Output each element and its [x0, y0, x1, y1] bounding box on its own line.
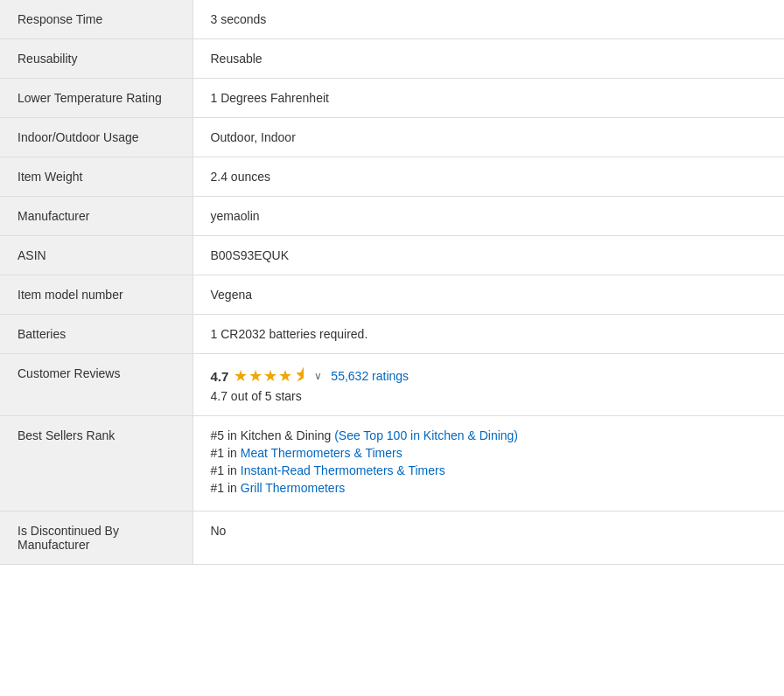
rank-line-1: #1 in Meat Thermometers & Timers: [211, 446, 767, 460]
out-of-stars-text: 4.7 out of 5 stars: [211, 389, 767, 403]
spec-row-response-time: Response Time3 seconds: [0, 0, 784, 39]
rank-link-1[interactable]: Meat Thermometers & Timers: [241, 446, 402, 460]
spec-label-batteries: Batteries: [0, 315, 192, 354]
rank-link-2[interactable]: Instant-Read Thermometers & Timers: [241, 463, 445, 477]
chevron-down-icon[interactable]: ∨: [314, 370, 322, 382]
spec-value-indoor-outdoor: Outdoor, Indoor: [192, 118, 784, 157]
full-star-icon: ★: [278, 366, 292, 386]
stars-display: ★★★★⯨: [234, 366, 309, 386]
spec-row-model-number: Item model numberVegena: [0, 275, 784, 315]
spec-value-response-time: 3 seconds: [192, 0, 784, 39]
rank-line-3: #1 in Grill Thermometers: [211, 481, 767, 495]
rank-link-0[interactable]: (See Top 100 in Kitchen & Dining): [334, 428, 518, 442]
spec-row-indoor-outdoor: Indoor/Outdoor UsageOutdoor, Indoor: [0, 118, 784, 157]
spec-row-batteries: Batteries1 CR2032 batteries required.: [0, 315, 784, 354]
spec-label-discontinued: Is Discontinued By Manufacturer: [0, 512, 192, 565]
rating-number: 4.7: [211, 369, 229, 384]
spec-row-best-sellers-rank: Best Sellers Rank#5 in Kitchen & Dining …: [0, 416, 784, 512]
spec-value-best-sellers-rank: #5 in Kitchen & Dining (See Top 100 in K…: [192, 416, 784, 512]
spec-value-asin: B00S93EQUK: [192, 236, 784, 275]
full-star-icon: ★: [234, 366, 248, 386]
spec-label-model-number: Item model number: [0, 275, 192, 315]
spec-value-discontinued: No: [192, 512, 784, 565]
rank-link-3[interactable]: Grill Thermometers: [241, 481, 346, 495]
spec-label-manufacturer: Manufacturer: [0, 197, 192, 236]
spec-label-lower-temp: Lower Temperature Rating: [0, 79, 192, 118]
rank-prefix-2: #1 in: [211, 463, 241, 477]
spec-label-item-weight: Item Weight: [0, 157, 192, 197]
spec-label-response-time: Response Time: [0, 0, 192, 39]
spec-value-manufacturer: yemaolin: [192, 197, 784, 236]
spec-row-manufacturer: Manufactureryemaolin: [0, 197, 784, 236]
star-rating-container: 4.7★★★★⯨∨55,632 ratings: [211, 366, 767, 386]
spec-row-customer-reviews: Customer Reviews4.7★★★★⯨∨55,632 ratings4…: [0, 354, 784, 416]
rank-prefix-0: #5 in Kitchen & Dining: [211, 428, 335, 442]
rank-prefix-1: #1 in: [211, 446, 241, 460]
rank-line-0: #5 in Kitchen & Dining (See Top 100 in K…: [211, 428, 767, 442]
spec-label-best-sellers-rank: Best Sellers Rank: [0, 416, 192, 512]
product-specs-table: Response Time3 secondsReusabilityReusabl…: [0, 0, 784, 565]
spec-label-asin: ASIN: [0, 236, 192, 275]
spec-label-indoor-outdoor: Indoor/Outdoor Usage: [0, 118, 192, 157]
spec-value-customer-reviews: 4.7★★★★⯨∨55,632 ratings4.7 out of 5 star…: [192, 354, 784, 416]
spec-value-model-number: Vegena: [192, 275, 784, 315]
full-star-icon: ★: [248, 366, 262, 386]
spec-value-item-weight: 2.4 ounces: [192, 157, 784, 197]
rank-line-2: #1 in Instant-Read Thermometers & Timers: [211, 463, 767, 477]
spec-value-reusability: Reusable: [192, 39, 784, 79]
spec-row-discontinued: Is Discontinued By ManufacturerNo: [0, 512, 784, 565]
ratings-count-link[interactable]: 55,632 ratings: [331, 369, 409, 383]
spec-label-reusability: Reusability: [0, 39, 192, 79]
full-star-icon: ★: [263, 366, 277, 386]
spec-value-lower-temp: 1 Degrees Fahrenheit: [192, 79, 784, 118]
spec-value-batteries: 1 CR2032 batteries required.: [192, 315, 784, 354]
spec-row-reusability: ReusabilityReusable: [0, 39, 784, 79]
spec-label-customer-reviews: Customer Reviews: [0, 354, 192, 416]
rank-prefix-3: #1 in: [211, 481, 241, 495]
spec-row-item-weight: Item Weight2.4 ounces: [0, 157, 784, 197]
spec-row-asin: ASINB00S93EQUK: [0, 236, 784, 275]
spec-row-lower-temp: Lower Temperature Rating1 Degrees Fahren…: [0, 79, 784, 118]
half-star-icon: ⯨: [293, 366, 309, 386]
